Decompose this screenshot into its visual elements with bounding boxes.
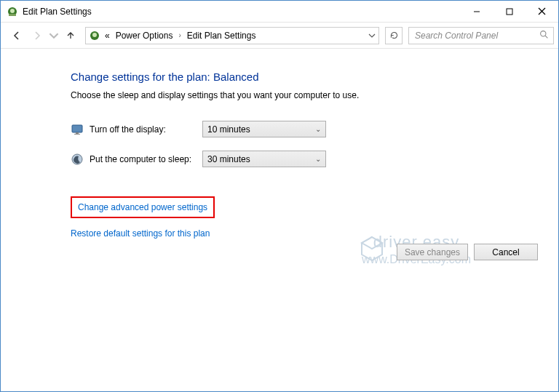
sleep-timeout-row: Put the computer to sleep: 30 minutes ⌄ <box>71 151 558 167</box>
watermark-logo-icon <box>360 236 384 262</box>
svg-rect-4 <box>507 9 512 15</box>
sleep-timeout-value: 30 minutes <box>207 154 250 164</box>
save-changes-button[interactable]: Save changes <box>397 244 468 260</box>
breadcrumb-sep: « <box>103 31 111 41</box>
window-frame: Edit Plan Settings <box>0 0 559 392</box>
svg-rect-13 <box>74 134 80 135</box>
sleep-timeout-label: Put the computer to sleep: <box>90 154 202 164</box>
svg-point-8 <box>92 33 97 37</box>
svg-line-10 <box>545 36 547 38</box>
svg-rect-11 <box>72 125 82 132</box>
chevron-right-icon: › <box>177 31 182 39</box>
power-options-icon <box>7 6 18 17</box>
minimize-button[interactable] <box>460 1 493 22</box>
close-button[interactable] <box>526 1 558 22</box>
maximize-button[interactable] <box>493 1 526 22</box>
chevron-down-icon: ⌄ <box>315 125 321 133</box>
forward-button[interactable] <box>28 27 46 44</box>
footer-buttons: Save changes Cancel <box>397 244 538 260</box>
search-icon <box>539 30 549 41</box>
search-input[interactable] <box>413 30 530 41</box>
page-heading: Change settings for the plan: Balanced <box>71 71 558 83</box>
breadcrumb-power-options[interactable]: Power Options <box>114 31 175 41</box>
sleep-timeout-select[interactable]: 30 minutes ⌄ <box>202 151 326 167</box>
chevron-down-icon: ⌄ <box>315 155 321 163</box>
svg-point-2 <box>10 9 15 13</box>
cancel-button[interactable]: Cancel <box>474 244 538 260</box>
navbar: « Power Options › Edit Plan Settings <box>1 23 558 49</box>
breadcrumb-edit-plan[interactable]: Edit Plan Settings <box>186 31 258 41</box>
control-panel-icon <box>89 30 100 41</box>
highlight-box: Change advanced power settings <box>71 196 215 218</box>
window-title: Edit Plan Settings <box>23 7 92 17</box>
display-timeout-label: Turn off the display: <box>90 124 202 135</box>
address-bar[interactable]: « Power Options › Edit Plan Settings <box>85 27 379 44</box>
display-timeout-row: Turn off the display: 10 minutes ⌄ <box>71 121 558 137</box>
display-timeout-value: 10 minutes <box>207 124 250 135</box>
svg-point-9 <box>541 31 546 36</box>
content-area: Change settings for the plan: Balanced C… <box>1 49 558 391</box>
advanced-power-settings-link[interactable]: Change advanced power settings <box>78 202 207 212</box>
display-timeout-select[interactable]: 10 minutes ⌄ <box>202 121 326 137</box>
sleep-icon <box>71 153 84 166</box>
page-subtext: Choose the sleep and display settings th… <box>71 90 558 100</box>
up-button[interactable] <box>62 27 79 44</box>
display-icon <box>71 123 84 136</box>
svg-rect-1 <box>9 14 16 16</box>
back-button[interactable] <box>8 27 25 44</box>
chevron-down-icon[interactable] <box>368 32 376 39</box>
svg-rect-12 <box>76 132 79 134</box>
restore-defaults-link[interactable]: Restore default settings for this plan <box>71 228 210 239</box>
window-controls <box>460 1 558 22</box>
refresh-button[interactable] <box>385 27 403 44</box>
titlebar: Edit Plan Settings <box>1 1 558 23</box>
recent-dropdown[interactable] <box>49 27 59 44</box>
search-box[interactable] <box>408 27 554 44</box>
